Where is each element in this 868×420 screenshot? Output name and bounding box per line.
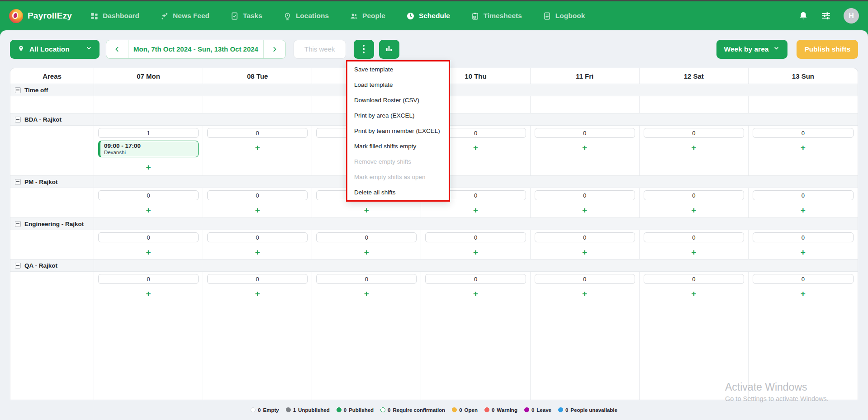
shift-count-box[interactable]: 0 [535, 128, 635, 138]
add-shift-button[interactable]: + [801, 207, 806, 214]
add-shift-button[interactable]: + [691, 249, 696, 256]
menu-item-mark-filled-shifts-empty[interactable]: Mark filled shifts empty [347, 139, 449, 154]
location-filter-button[interactable]: All Location [10, 40, 100, 59]
shift-count-box[interactable]: 0 [535, 274, 635, 284]
shift-card[interactable]: 09:00 - 17:00Devanshi [98, 141, 199, 157]
day-cell [531, 96, 640, 113]
collapse-toggle-icon[interactable] [15, 117, 21, 123]
more-actions-kebab-button[interactable] [354, 40, 374, 59]
shift-count-box[interactable]: 0 [98, 190, 199, 200]
add-shift-button[interactable]: + [691, 207, 696, 214]
shift-count-box[interactable]: 0 [207, 128, 308, 138]
shift-count-box[interactable]: 1 [98, 128, 199, 138]
add-shift-button[interactable]: + [255, 207, 260, 214]
add-shift-button[interactable]: + [146, 207, 151, 214]
shift-count-box[interactable]: 0 [644, 128, 744, 138]
shift-count-box[interactable]: 0 [425, 274, 526, 284]
area-group-label-cell: PM - Rajkot [10, 176, 94, 188]
nav-item-news-feed[interactable]: News Feed [160, 12, 209, 20]
shift-count-box[interactable]: 0 [316, 232, 417, 242]
shift-count-box[interactable]: 0 [644, 190, 744, 200]
day-cell [203, 96, 312, 113]
add-shift-button[interactable]: + [364, 290, 369, 297]
day-cell: 0+ [94, 188, 203, 217]
nav-item-label: Timesheets [484, 12, 522, 20]
nav-item-tasks[interactable]: Tasks [230, 12, 262, 20]
add-shift-button[interactable]: + [582, 144, 587, 151]
add-shift-button[interactable]: + [801, 249, 806, 256]
legend-count: 0 [258, 407, 261, 413]
this-week-button[interactable]: This week [294, 40, 346, 59]
shift-count-box[interactable]: 0 [98, 232, 199, 242]
legend-label: Leave [536, 407, 551, 413]
nav-item-schedule[interactable]: Schedule [406, 12, 450, 20]
notifications-bell-icon[interactable] [798, 11, 808, 21]
shift-count-box[interactable]: 0 [753, 190, 854, 200]
brand-logo-icon [9, 9, 23, 23]
add-shift-button[interactable]: + [473, 207, 478, 214]
shift-count-box[interactable]: 0 [535, 190, 635, 200]
nav-item-locations[interactable]: Locations [283, 12, 329, 20]
day-column-header: 11 Fri [531, 68, 640, 84]
shift-count-box[interactable]: 0 [753, 128, 854, 138]
add-shift-button[interactable]: + [801, 144, 806, 151]
nav-item-people[interactable]: People [350, 12, 385, 20]
shift-count-box[interactable]: 0 [644, 232, 744, 242]
avatar[interactable]: H [844, 8, 859, 24]
shift-time: 09:00 - 17:00 [104, 142, 194, 150]
shift-count-box[interactable]: 0 [207, 232, 308, 242]
add-shift-button[interactable]: + [801, 290, 806, 297]
shift-count-box[interactable]: 0 [753, 232, 854, 242]
legend-count: 0 [344, 407, 346, 413]
add-shift-button[interactable]: + [255, 290, 260, 297]
legend-status-dot [558, 407, 563, 412]
nav-item-timesheets[interactable]: Timesheets [471, 12, 522, 20]
legend-count: 0 [388, 407, 390, 413]
add-shift-button[interactable]: + [691, 144, 696, 151]
collapse-toggle-icon[interactable] [15, 221, 21, 227]
menu-item-save-template[interactable]: Save template [347, 61, 449, 77]
publish-shifts-button[interactable]: Publish shifts [797, 40, 858, 59]
shift-count-box[interactable]: 0 [98, 274, 199, 284]
shift-count-box[interactable]: 0 [207, 190, 308, 200]
add-shift-button[interactable]: + [473, 249, 478, 256]
add-shift-button[interactable]: + [582, 290, 587, 297]
collapse-toggle-icon[interactable] [15, 263, 21, 269]
day-column-header: 12 Sat [640, 68, 749, 84]
collapse-toggle-icon[interactable] [15, 87, 21, 93]
add-shift-button[interactable]: + [146, 290, 151, 297]
area-group-name: QA - Rajkot [24, 262, 57, 269]
add-shift-button[interactable]: + [582, 249, 587, 256]
add-shift-button[interactable]: + [255, 144, 260, 151]
menu-item-print-by-area-excel-[interactable]: Print by area (EXCEL) [347, 108, 449, 123]
menu-item-print-by-team-member-excel-[interactable]: Print by team member (EXCEL) [347, 123, 449, 138]
menu-item-load-template[interactable]: Load template [347, 77, 449, 92]
legend-status-dot [286, 407, 291, 412]
legend-status-dot [524, 407, 529, 412]
settings-sliders-icon[interactable] [821, 11, 831, 21]
add-shift-button[interactable]: + [364, 249, 369, 256]
add-shift-button[interactable]: + [146, 164, 151, 171]
menu-item-download-roster-csv-[interactable]: Download Roster (CSV) [347, 92, 449, 108]
next-week-button[interactable] [264, 40, 285, 58]
shift-count-box[interactable]: 0 [425, 232, 526, 242]
nav-item-dashboard[interactable]: Dashboard [90, 12, 139, 20]
previous-week-button[interactable] [106, 40, 128, 58]
add-shift-button[interactable]: + [364, 207, 369, 214]
stats-chart-button[interactable] [379, 40, 399, 59]
shift-count-box[interactable]: 0 [535, 232, 635, 242]
add-shift-button[interactable]: + [473, 290, 478, 297]
add-shift-button[interactable]: + [146, 249, 151, 256]
shift-count-box[interactable]: 0 [644, 274, 744, 284]
view-mode-dropdown[interactable]: Week by area [716, 40, 788, 59]
menu-item-delete-all-shifts[interactable]: Delete all shifts [347, 185, 449, 200]
shift-count-box[interactable]: 0 [753, 274, 854, 284]
shift-count-box[interactable]: 0 [207, 274, 308, 284]
collapse-toggle-icon[interactable] [15, 179, 21, 185]
add-shift-button[interactable]: + [582, 207, 587, 214]
shift-count-box[interactable]: 0 [316, 274, 417, 284]
nav-item-logbook[interactable]: Logbook [543, 12, 585, 20]
add-shift-button[interactable]: + [691, 290, 696, 297]
add-shift-button[interactable]: + [473, 144, 478, 151]
add-shift-button[interactable]: + [255, 249, 260, 256]
